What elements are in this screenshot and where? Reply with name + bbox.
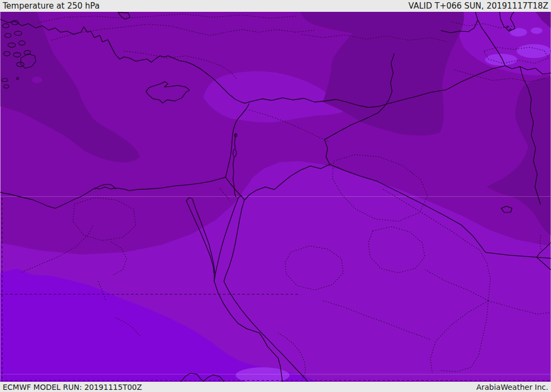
page-title: Temperature at 250 hPa — [3, 1, 100, 11]
warm-patch — [517, 44, 551, 58]
credit-label: ArabiaWeather Inc. — [476, 383, 548, 391]
footer-bar: ECMWF MODEL RUN: 20191115T00Z ArabiaWeat… — [0, 382, 551, 392]
band-window — [32, 77, 43, 83]
map-canvas — [0, 12, 551, 382]
model-run-label: ECMWF MODEL RUN: 20191115T00Z — [3, 383, 142, 391]
warm-patch — [485, 54, 517, 66]
weather-map-window: Temperature at 250 hPa VALID T+066 SUN, … — [0, 0, 551, 392]
valid-time-label: VALID T+066 SUN, 20191117T18Z — [408, 1, 548, 11]
header-bar: Temperature at 250 hPa VALID T+066 SUN, … — [0, 0, 551, 12]
warm-patch — [531, 27, 542, 34]
temperature-map-svg — [0, 12, 551, 382]
warm-patch — [510, 28, 527, 37]
